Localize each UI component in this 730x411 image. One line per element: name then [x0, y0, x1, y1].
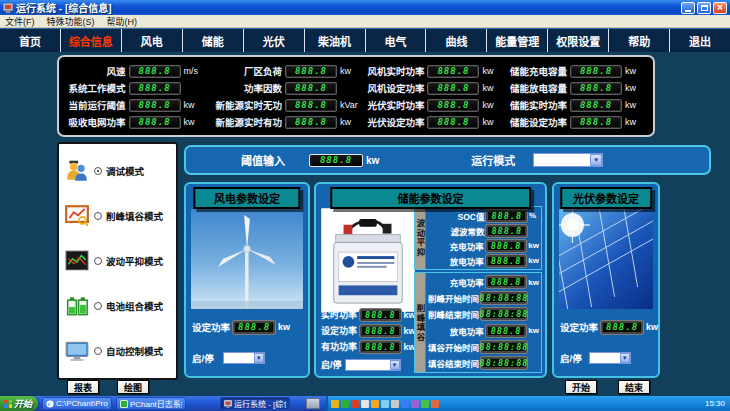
nav-item[interactable]: 曲线: [425, 29, 486, 52]
chevron-down-icon[interactable]: [390, 360, 400, 370]
mode-option-battery-combo[interactable]: 电池组合模式: [64, 294, 171, 318]
led-display: 888.8: [129, 65, 181, 78]
telemetry-label: 储能充电容量: [506, 64, 567, 78]
start-button[interactable]: 开始: [565, 380, 597, 394]
telemetry-cell: 吸收电网功率 888.8 kw: [65, 114, 204, 130]
pv-start-stop-select[interactable]: [589, 352, 631, 364]
nav-item[interactable]: 能量管理: [486, 29, 547, 52]
storage-active-power-label: 有功功率: [321, 340, 357, 353]
radio-battery-combo-mode[interactable]: [94, 302, 102, 310]
menu-item[interactable]: 文件(F): [5, 15, 35, 28]
storage-param-row: 滤波常数 888.8: [428, 225, 539, 237]
wind-start-stop-select[interactable]: [223, 352, 265, 364]
nav-item[interactable]: 储能: [182, 29, 243, 52]
nav-item[interactable]: 退出: [669, 29, 730, 52]
nav-item[interactable]: 电气: [365, 29, 426, 52]
telemetry-unit: kw: [625, 66, 645, 76]
telemetry-label: 风机设定功率: [364, 81, 425, 95]
taskbar-item-explorer[interactable]: e C:\PChant\Proje...: [42, 397, 112, 410]
param-led-display[interactable]: 88:88:88: [481, 357, 527, 369]
tray-icon[interactable]: [411, 400, 419, 408]
tray-icon[interactable]: [361, 400, 369, 408]
storage-set-power-display[interactable]: 888.8: [360, 325, 401, 337]
telemetry-cell: 风机设定功率 888.8 kw: [364, 80, 503, 96]
main-nav: 首页 综合信息 风电 储能 光伏 柴油机 电气: [0, 28, 730, 52]
nav-item[interactable]: 综合信息: [60, 29, 121, 52]
mode-option-peak-valley[interactable]: 削峰填谷模式: [64, 204, 171, 228]
param-led-display[interactable]: 888.8: [486, 255, 527, 267]
radio-fluctuation-mode[interactable]: [94, 257, 102, 265]
nav-item[interactable]: 光伏: [243, 29, 304, 52]
led-display: 888.8: [570, 65, 622, 78]
mode-label: 电池组合模式: [106, 299, 163, 313]
tray-icon[interactable]: [371, 400, 379, 408]
end-button[interactable]: 结束: [618, 380, 650, 394]
radio-debug-mode[interactable]: [94, 167, 102, 175]
wind-set-power-display[interactable]: 888.8: [233, 321, 275, 334]
window-titlebar[interactable]: 运行系统 - [综合信息]: [0, 0, 730, 15]
close-button[interactable]: [713, 2, 727, 14]
mode-label: 削峰填谷模式: [106, 209, 163, 223]
telemetry-cell: 风机实时功率 888.8 kw: [364, 63, 503, 79]
menu-item[interactable]: 特殊功能(S): [47, 15, 95, 28]
radio-auto-control-mode[interactable]: [94, 347, 102, 355]
nav-item[interactable]: 柴油机: [304, 29, 365, 52]
telemetry-cell: 厂区负荷 888.8 kw: [208, 63, 360, 79]
chevron-down-icon[interactable]: [254, 353, 264, 363]
wind-set-power-label: 设定功率: [192, 320, 230, 334]
telemetry-label: 吸收电网功率: [65, 115, 126, 129]
tray-icon[interactable]: [351, 400, 359, 408]
param-led-display[interactable]: 88:88:88: [481, 292, 527, 304]
restore-button[interactable]: [697, 2, 711, 14]
led-display: 888.8: [129, 82, 181, 95]
nav-item[interactable]: 首页: [0, 29, 60, 52]
led-display: 888.8: [285, 116, 337, 129]
draw-button[interactable]: 绘图: [117, 380, 149, 394]
tray-icon[interactable]: [421, 400, 429, 408]
telemetry-unit: kVar: [340, 100, 360, 110]
tray-icon[interactable]: [381, 400, 389, 408]
nav-item-label: 风电: [141, 33, 163, 49]
taskbar-item-log-system[interactable]: PChant日志系统: [116, 397, 186, 410]
tray-icon[interactable]: [391, 400, 399, 408]
taskbar-item-label: 运行系统 - [综合...: [234, 398, 286, 409]
tray-icon[interactable]: [401, 400, 409, 408]
param-unit: kw: [528, 278, 539, 287]
taskbar-clock[interactable]: 15:30: [705, 399, 727, 408]
threshold-input[interactable]: 888.8: [309, 154, 363, 167]
tray-icon[interactable]: [431, 400, 439, 408]
param-led-display[interactable]: 88:88:88: [481, 341, 527, 353]
tray-icon[interactable]: [341, 400, 349, 408]
telemetry-label: 风速: [65, 64, 126, 78]
param-led-display[interactable]: 88:88:88: [481, 308, 527, 320]
chevron-down-icon[interactable]: [590, 154, 602, 166]
nav-item[interactable]: 帮助: [608, 29, 669, 52]
telemetry-label: 光伏设定功率: [364, 115, 425, 129]
param-led-display[interactable]: 888.8: [486, 210, 527, 222]
radio-peak-valley-mode[interactable]: [94, 212, 102, 220]
taskbar-item-run-system[interactable]: 运行系统 - [综合...: [220, 397, 290, 410]
nav-item[interactable]: 权限设置: [547, 29, 608, 52]
show-desktop-button[interactable]: [306, 398, 320, 409]
start-menu-button[interactable]: 开始: [0, 396, 38, 411]
mode-label: 波动平抑模式: [106, 254, 163, 268]
minimize-button[interactable]: [681, 2, 695, 14]
pv-set-power-unit: kw: [646, 322, 658, 332]
tray-icon[interactable]: [331, 400, 339, 408]
pv-start-stop-label: 启/停: [560, 351, 582, 365]
run-mode-select[interactable]: [533, 153, 603, 167]
param-led-display[interactable]: 888.8: [486, 325, 527, 337]
param-led-display[interactable]: 888.8: [486, 240, 527, 252]
mode-option-fluctuation[interactable]: 波动平抑模式: [64, 249, 171, 273]
param-led-display[interactable]: 888.8: [486, 276, 527, 288]
menu-item[interactable]: 帮助(H): [107, 15, 138, 28]
chevron-down-icon[interactable]: [620, 353, 630, 363]
param-led-display[interactable]: 888.8: [486, 225, 527, 237]
storage-start-stop-select[interactable]: [345, 359, 401, 371]
report-button[interactable]: 报表: [67, 380, 99, 394]
mode-option-debug[interactable]: 调试模式: [64, 159, 171, 183]
mode-option-auto-control[interactable]: 自动控制模式: [64, 339, 171, 363]
pv-panel: 光伏参数设定 设定功率 888.8 kw: [552, 182, 660, 378]
nav-item[interactable]: 风电: [121, 29, 182, 52]
pv-set-power-display[interactable]: 888.8: [601, 321, 643, 334]
